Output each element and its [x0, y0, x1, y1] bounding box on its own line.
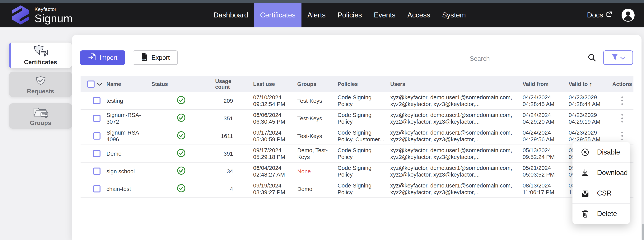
docs-link[interactable]: Docs	[587, 11, 612, 19]
column-header-select[interactable]	[80, 76, 106, 92]
column-header-last-use[interactable]: Last use	[233, 76, 294, 92]
filter-button[interactable]	[603, 50, 633, 65]
cell-valid-from: 04/24/202404:29:20 AM	[519, 110, 565, 127]
column-header-status[interactable]: Status	[152, 76, 211, 92]
column-header-valid-from[interactable]: Valid from	[519, 76, 565, 92]
folder-cert-icon	[32, 106, 49, 118]
row-checkbox[interactable]	[93, 132, 100, 140]
menu-item-label: Download	[597, 169, 628, 177]
menu-item-label: Disable	[597, 148, 620, 156]
nav-item-alerts[interactable]: Alerts	[302, 3, 332, 28]
row-checkbox[interactable]	[93, 168, 100, 175]
cell-policies: Code SigningPolicy, Customer...	[334, 127, 386, 144]
nav-item-system[interactable]: System	[436, 3, 472, 28]
table-header: NameStatusUsage countLast useGroupsPolic…	[80, 76, 634, 92]
cell-valid-from: 04/24/202404:28:45 AM	[519, 92, 565, 109]
row-actions-menu: DisableDownloadCSRDelete	[572, 142, 630, 224]
cell-usage-count: 351	[211, 110, 233, 127]
search-field	[469, 52, 597, 64]
download-icon	[581, 169, 589, 177]
column-header-valid-to[interactable]: Valid to↑	[565, 76, 611, 92]
menu-item-disable[interactable]: Disable	[572, 142, 630, 162]
cell-valid-to: 04/23/202904:29:19 AM	[565, 110, 611, 127]
cell-name: Signum-RSA-3072	[106, 110, 152, 127]
status-active-icon	[177, 148, 186, 159]
column-header-label: Valid to	[569, 81, 588, 87]
column-header-policies[interactable]: Policies	[334, 76, 386, 92]
cell-groups: Test-Keys	[294, 127, 334, 144]
column-header-groups[interactable]: Groups	[294, 76, 334, 92]
status-active-icon	[177, 96, 186, 106]
external-link-icon	[606, 11, 612, 19]
sidebar-tab-requests[interactable]: Requests	[9, 72, 72, 97]
shield-cert-icon	[32, 45, 49, 57]
select-all-checkbox[interactable]	[87, 80, 94, 88]
table-row: testing20907/10/202409:32:54 PMTest-Keys…	[80, 92, 634, 110]
chevron-down-icon	[620, 54, 626, 61]
row-actions-kebab[interactable]	[620, 96, 624, 106]
sidebar-tab-label: Certificates	[24, 59, 57, 66]
cell-users: xyz@keyfactor, demo.user1@somedomain.com…	[386, 145, 519, 162]
cell-last-use: 06/04/202402:48:27 AM	[233, 162, 294, 180]
export-label: Export	[152, 54, 170, 61]
sidebar-tab-certificates[interactable]: Certificates	[9, 42, 72, 68]
cell-policies: Code SigningPolicy	[334, 162, 386, 180]
cell-policies: Code SigningPolicy	[334, 145, 386, 162]
cell-name: chain-test	[106, 180, 152, 198]
csv-file-icon: csv	[141, 53, 148, 63]
menu-item-delete[interactable]: Delete	[572, 204, 630, 224]
table-row: Demo39109/17/202405:29:18 PMDemo, Test-K…	[80, 145, 634, 162]
column-header-name[interactable]: Name	[106, 76, 152, 92]
column-header-actions[interactable]: Actions	[611, 76, 634, 92]
scrollbar-thumb[interactable]	[642, 224, 644, 240]
column-header-users[interactable]: Users	[386, 76, 519, 92]
row-checkbox[interactable]	[93, 150, 100, 157]
sidebar-tab-label: Groups	[30, 120, 51, 126]
import-button[interactable]: Import	[80, 50, 125, 65]
menu-item-csr[interactable]: CSR	[572, 183, 630, 204]
search-icon[interactable]	[588, 53, 596, 62]
cell-users: xyz@keyfactor, demo.user1@somedomain.com…	[386, 180, 519, 198]
disable-icon	[581, 148, 589, 156]
row-actions-kebab[interactable]	[620, 113, 624, 124]
nav-item-access[interactable]: Access	[402, 3, 436, 28]
shield-check-icon	[34, 74, 47, 86]
window-title-strip	[0, 0, 644, 3]
status-active-icon	[177, 166, 186, 176]
nav-item-events[interactable]: Events	[368, 3, 402, 28]
nav-item-dashboard[interactable]: Dashboard	[208, 3, 254, 28]
cell-users: xyz@keyfactor, demo.user1@somedomain.com…	[386, 162, 519, 180]
cell-policies: Code SigningPolicy	[334, 180, 386, 198]
certificates-panel: Import csv Export NameStatusUsage countL…	[72, 35, 642, 240]
table-row: chain-test409/19/202403:39:27 PMDemoCode…	[80, 180, 634, 198]
import-label: Import	[100, 54, 118, 61]
menu-item-download[interactable]: Download	[572, 162, 630, 183]
certificates-table: NameStatusUsage countLast useGroupsPolic…	[80, 76, 634, 198]
filter-funnel-icon	[611, 54, 618, 62]
search-input[interactable]	[469, 55, 581, 62]
row-checkbox[interactable]	[93, 185, 100, 192]
row-checkbox[interactable]	[93, 115, 100, 122]
cell-last-use: 06/06/202406:30:45 PM	[233, 110, 294, 127]
row-checkbox[interactable]	[93, 97, 100, 104]
sidebar-tab-groups[interactable]: Groups	[9, 103, 72, 129]
menu-item-label: Delete	[597, 210, 617, 218]
cell-valid-from: 04/24/202404:29:56 AM	[519, 127, 565, 144]
table-row: Signum-RSA-307235106/06/202406:30:45 PMT…	[80, 110, 634, 127]
cell-valid-from: 05/21/202405:03:52 PM	[519, 162, 565, 180]
chevron-down-icon[interactable]	[97, 81, 102, 87]
export-button[interactable]: csv Export	[133, 50, 178, 65]
status-active-icon	[177, 131, 186, 141]
nav-item-policies[interactable]: Policies	[332, 3, 368, 28]
row-actions-kebab[interactable]	[620, 131, 624, 141]
column-header-usage-count[interactable]: Usage count	[211, 76, 233, 92]
cell-users: xyz@keyfactor, demo.user1@somedomain.com…	[386, 110, 519, 127]
cell-valid-to: 04/23/202904:28:44 AM	[565, 92, 611, 109]
user-avatar-icon[interactable]	[621, 8, 635, 22]
status-active-icon	[177, 184, 186, 194]
cell-last-use: 07/10/202409:32:54 PM	[233, 92, 294, 109]
table-body: testing20907/10/202409:32:54 PMTest-Keys…	[80, 92, 634, 198]
cell-groups: None	[294, 162, 334, 180]
nav-item-certificates[interactable]: Certificates	[254, 3, 302, 28]
cell-name: testing	[106, 92, 152, 109]
